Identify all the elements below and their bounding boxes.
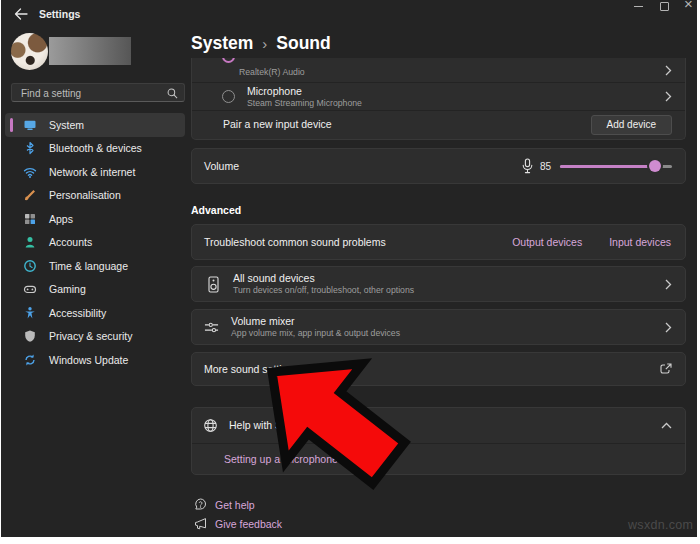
search-input[interactable] [19,85,163,102]
clock-icon [23,259,37,273]
sidebar-item-label: Apps [49,213,73,225]
volume-slider-thumb[interactable] [649,160,661,172]
sidebar-item-system[interactable]: System [5,113,185,137]
help-link-row: Setting up a microphone [192,443,685,474]
microphone-row[interactable]: Microphone Steam Streaming Microphone [192,82,685,110]
watermark-text: wsxdn.com [628,518,693,532]
volume-value: 85 [540,161,551,172]
user-avatar[interactable] [11,33,48,70]
mixer-sliders-icon [204,319,219,336]
sidebar-item-windows-update[interactable]: Windows Update [5,348,185,372]
sidebar-item-privacy[interactable]: Privacy & security [5,325,185,349]
microphone-icon [521,158,534,174]
sidebar-nav: System Bluetooth & devices Network & int… [5,113,185,372]
output-device-subtitle: Realtek(R) Audio [239,67,305,78]
more-sound-settings-row[interactable]: More sound settings [191,352,686,386]
sidebar-item-accounts[interactable]: Accounts [5,231,185,255]
close-button[interactable]: × [684,0,693,11]
help-card: Help with Sound Setting up a microphone [191,407,686,475]
give-feedback-row[interactable]: Give feedback [194,517,282,530]
all-sound-devices-title: All sound devices [233,272,414,285]
minimize-button[interactable] [634,6,643,7]
settings-window: Settings × System Bl [1,0,697,537]
screenshot-root: Settings × System Bl [0,0,700,544]
chevron-right-icon [665,91,672,102]
search-icon[interactable] [167,88,178,99]
system-icon [23,118,37,132]
output-device-row[interactable]: Realtek(R) Audio [192,58,685,82]
external-link-icon [660,363,672,375]
get-help-link[interactable]: Get help [215,499,255,511]
sidebar-item-personalisation[interactable]: Personalisation [5,184,185,208]
sidebar-item-label: Windows Update [49,354,128,366]
person-icon [23,235,37,249]
sidebar-item-label: System [49,119,84,131]
page-title: Sound [276,33,330,53]
bluetooth-icon [23,141,37,155]
paintbrush-icon [23,188,37,202]
input-devices-link[interactable]: Input devices [609,236,671,248]
sidebar-item-label: Accessibility [49,307,106,319]
breadcrumb: System›Sound [191,33,331,54]
chevron-right-icon [665,279,672,290]
advanced-section-label: Advanced [191,204,241,216]
volume-card: Volume 85 [191,148,686,184]
speaker-device-icon [206,276,221,293]
window-title: Settings [39,8,80,20]
sidebar-item-apps[interactable]: Apps [5,207,185,231]
pair-device-row: Pair a new input device Add device [192,110,685,138]
volume-label: Volume [204,160,239,173]
help-card-header[interactable]: Help with Sound [192,408,685,443]
microphone-title: Microphone [247,85,362,98]
breadcrumb-separator-icon: › [262,35,267,52]
troubleshoot-label: Troubleshoot common sound problems [204,236,386,249]
output-devices-link[interactable]: Output devices [512,236,582,248]
sidebar-item-label: Gaming [49,283,86,295]
maximize-button[interactable] [660,2,669,11]
apps-grid-icon [23,212,37,226]
give-feedback-link[interactable]: Give feedback [215,518,282,530]
volume-mixer-subtitle: App volume mix, app input & output devic… [231,328,400,339]
radio-selected-icon[interactable] [222,58,235,63]
troubleshoot-card: Troubleshoot common sound problems Outpu… [191,224,686,260]
sidebar-item-label: Network & internet [49,166,135,178]
gamepad-icon [23,282,37,296]
sidebar-item-label: Personalisation [49,189,121,201]
add-device-button[interactable]: Add device [591,115,672,135]
feedback-megaphone-icon [194,517,207,530]
help-card-title: Help with Sound [229,419,305,432]
microphone-subtitle: Steam Streaming Microphone [247,98,362,109]
pair-device-label: Pair a new input device [223,118,332,131]
setting-up-microphone-link[interactable]: Setting up a microphone [224,453,338,465]
volume-mixer-row[interactable]: Volume mixer App volume mix, app input &… [191,309,686,345]
sidebar-item-label: Bluetooth & devices [49,142,142,154]
volume-slider[interactable] [560,165,672,168]
sidebar-item-label: Time & language [49,260,128,272]
chevron-right-icon [665,322,672,333]
sidebar-item-accessibility[interactable]: Accessibility [5,301,185,325]
all-sound-devices-row[interactable]: All sound devices Turn devices on/off, t… [191,266,686,302]
volume-mixer-title: Volume mixer [231,315,400,328]
sidebar-item-bluetooth[interactable]: Bluetooth & devices [5,137,185,161]
chevron-up-icon [661,422,672,429]
arrow-left-icon [14,7,28,21]
all-sound-devices-subtitle: Turn devices on/off, troubleshoot, other… [233,285,414,296]
accessibility-person-icon [23,306,37,320]
sidebar-item-network[interactable]: Network & internet [5,160,185,184]
search-box[interactable] [11,83,185,102]
volume-slider-fill [560,165,655,168]
web-globe-icon [203,418,218,433]
user-name-redacted [49,37,131,65]
update-arrows-icon [23,353,37,367]
back-button[interactable] [14,7,28,21]
wifi-icon [23,165,37,179]
get-help-row[interactable]: Get help [194,498,255,511]
breadcrumb-system[interactable]: System [191,33,253,53]
get-help-icon [194,498,207,511]
sidebar-item-label: Privacy & security [49,330,132,342]
sidebar-item-time-language[interactable]: Time & language [5,254,185,278]
sidebar-item-gaming[interactable]: Gaming [5,278,185,302]
sidebar-item-label: Accounts [49,236,92,248]
radio-unselected-icon[interactable] [222,90,235,103]
shield-icon [23,329,37,343]
